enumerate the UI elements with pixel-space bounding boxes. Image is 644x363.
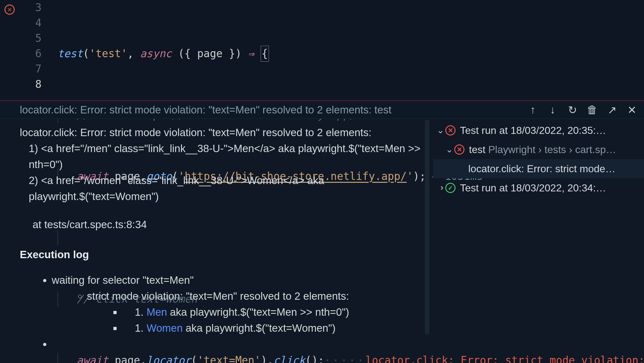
stack-trace-line: at tests/cart.spec.ts:8:34 — [20, 217, 422, 233]
log-index: 1. — [135, 306, 147, 318]
trash-icon[interactable]: 🗑 — [586, 104, 599, 116]
log-item-empty — [52, 336, 422, 352]
gutter: ✕ 3 4 5 6 7 8 — [0, 0, 48, 96]
token-keyword: async — [140, 46, 172, 61]
line-number: 7 — [35, 61, 42, 77]
error-message-line: locator.click: Error: strict mode violat… — [20, 125, 422, 141]
token-var: page — [115, 353, 140, 363]
token-string: 'test' — [89, 46, 127, 61]
token-punct: ) — [261, 353, 267, 363]
space — [172, 46, 178, 61]
token-punct: ( — [191, 353, 197, 363]
token-function: click — [273, 353, 305, 363]
status-fail-icon: ✕ — [445, 125, 456, 135]
error-details-pane[interactable]: locator.click: Error: strict mode violat… — [20, 125, 422, 352]
tree-run-row[interactable]: ⌄ ✓ Test run at 18/03/2022, 20:34:… — [433, 178, 644, 197]
error-element-1: 1) <a href="/men" class="link_link__38-U… — [20, 141, 422, 173]
token-keyword: await — [77, 353, 108, 363]
line-number: 6 — [35, 46, 42, 61]
chevron-right-icon[interactable]: ⌄ — [433, 183, 449, 193]
token-punct: . — [267, 353, 273, 363]
test-run-tree[interactable]: ⌄ ✕ Test run at 18/03/2022, 20:35:… ⌄ ✕ … — [433, 121, 644, 197]
open-external-icon[interactable]: ↗ — [606, 104, 618, 116]
error-gutter-icon[interactable]: ✕ — [4, 4, 15, 15]
tree-test-name: test — [469, 144, 486, 155]
log-text: aka playwright.$("text=Men >> nth=0") — [167, 306, 349, 318]
token-arrow: ⇒ — [241, 46, 261, 61]
tree-label: Test run at 18/03/2022, 20:34:… — [460, 179, 606, 197]
space — [108, 353, 115, 363]
log-item: strict mode violation: "text=Men" resolv… — [87, 288, 422, 336]
token-punct: (); — [305, 353, 324, 363]
tree-error-row-selected[interactable]: locator.click: Error: strict mode… — [433, 159, 644, 178]
code-editor[interactable]: ✕ 3 4 5 6 7 8 test('test', async ({ page… — [0, 0, 644, 96]
line-number: 4 — [35, 15, 42, 31]
log-text: waiting for selector "text=Men" — [52, 274, 194, 286]
tree-run-row[interactable]: ⌄ ✕ Test run at 18/03/2022, 20:35:… — [433, 121, 644, 140]
close-icon[interactable]: ✕ — [625, 104, 638, 116]
token-function: test — [57, 46, 83, 61]
match-link-women[interactable]: Women — [147, 322, 183, 334]
code-line[interactable]: test('test', async ({ page }) ⇒ { — [57, 46, 644, 61]
rerun-icon[interactable]: ↻ — [566, 104, 579, 116]
execution-log-heading: Execution log — [20, 247, 422, 263]
match-link-men[interactable]: Men — [147, 306, 167, 318]
log-item: waiting for selector "text=Men" strict m… — [52, 272, 422, 336]
token-var: page — [197, 46, 222, 61]
tree-label: locator.click: Error: strict mode… — [468, 159, 616, 178]
token-punct: ({ — [178, 46, 197, 61]
line-numbers: 3 4 5 6 7 8 — [35, 0, 42, 92]
line-number-active: 8 — [35, 77, 42, 92]
status-fail-icon: ✕ — [454, 144, 464, 155]
log-text: aka playwright.$("text=Women") — [183, 322, 336, 334]
token-function: locator — [147, 353, 191, 363]
whitespace-dots: ····· — [324, 353, 365, 363]
token-punct: . — [140, 353, 147, 363]
results-header-actions: ↑ ↓ ↻ 🗑 ↗ ✕ — [526, 104, 644, 116]
results-header-text: locator.click: Error: strict mode violat… — [20, 104, 526, 116]
log-item: 1. Men aka playwright.$("text=Men >> nth… — [122, 304, 422, 320]
cursor-brace: { — [261, 46, 269, 62]
line-number: 3 — [35, 0, 42, 15]
scrollbar[interactable] — [425, 120, 429, 334]
code-line[interactable]: await page.locator('text=Men').click();·… — [57, 353, 644, 363]
indent-guide — [57, 353, 77, 363]
error-element-2: 2) <a href="/women" class="link_link__38… — [20, 173, 422, 205]
execution-log-list: waiting for selector "text=Men" strict m… — [20, 272, 422, 352]
chevron-down-icon[interactable]: ⌄ — [435, 121, 445, 140]
tree-test-path: Playwright › tests › cart.sp… — [486, 144, 616, 155]
tree-test-row[interactable]: ⌄ ✕ test Playwright › tests › cart.sp… — [433, 140, 644, 159]
next-failure-icon[interactable]: ↓ — [546, 104, 559, 116]
results-panel-header: locator.click: Error: strict mode violat… — [0, 100, 644, 119]
token-punct: ( — [83, 46, 89, 61]
token-punct: }) — [223, 46, 242, 61]
inline-error: locator.click: Error: strict mode violat… — [365, 353, 644, 363]
line-number: 5 — [35, 31, 42, 46]
token-string: 'text=Men' — [197, 353, 261, 363]
log-item: 1. Women aka playwright.$("text=Women") — [122, 320, 422, 336]
tree-label: test Playwright › tests › cart.sp… — [469, 140, 616, 159]
tree-label: Test run at 18/03/2022, 20:35:… — [460, 121, 606, 140]
prev-failure-icon[interactable]: ↑ — [526, 104, 539, 116]
chevron-down-icon[interactable]: ⌄ — [444, 140, 454, 159]
token-punct: , — [127, 46, 140, 61]
log-index: 1. — [135, 322, 147, 334]
log-text: strict mode violation: "text=Men" resolv… — [87, 290, 349, 302]
